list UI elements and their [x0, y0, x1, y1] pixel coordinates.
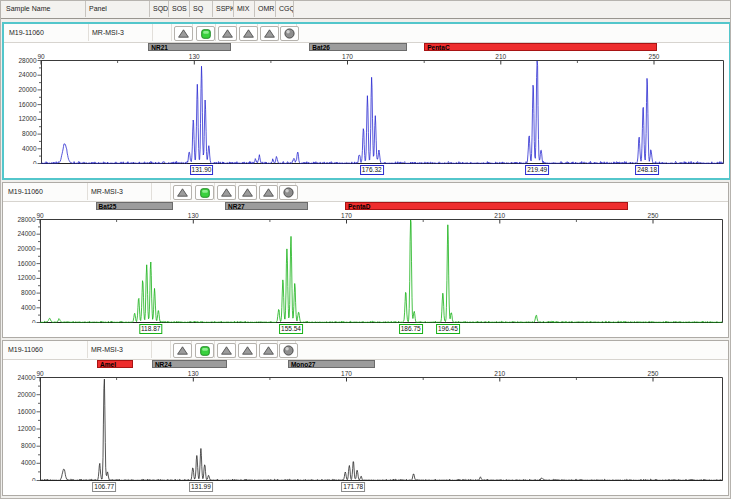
- svg-text:16000: 16000: [18, 101, 36, 108]
- table-header: Sample NamePanelSQDSOSSQSSPKMIXOMRCGQ: [1, 1, 730, 19]
- column-header-omr: OMR: [255, 1, 276, 17]
- gray-sphere-icon: [283, 187, 294, 198]
- sample-name[interactable]: M19-11060: [6, 24, 89, 41]
- peak-size-label[interactable]: 171.78: [341, 482, 365, 492]
- svg-text:90: 90: [36, 212, 44, 219]
- peak-size-label[interactable]: 118.87: [139, 324, 162, 334]
- marker-strip: AmelNR24Mono27: [3, 360, 728, 369]
- peak-size-label[interactable]: 186.75: [399, 324, 423, 334]
- gray-sphere-icon: [284, 28, 295, 39]
- marker-bar-nr21[interactable]: NR21: [148, 43, 230, 51]
- svg-text:210: 210: [494, 212, 505, 219]
- sample-name[interactable]: M19-11060: [5, 183, 88, 200]
- sq-flag[interactable]: [195, 185, 214, 200]
- marker-bar-pentac[interactable]: PentaC: [424, 43, 657, 51]
- marker-bar-bat26[interactable]: Bat26: [309, 43, 407, 51]
- panel-name[interactable]: MR-MSI-3: [88, 341, 152, 358]
- mix-flag[interactable]: [238, 343, 257, 358]
- svg-text:16000: 16000: [17, 260, 35, 267]
- sample-row[interactable]: M19-11060MR-MSI-3: [4, 24, 729, 43]
- svg-text:90: 90: [36, 370, 44, 377]
- svg-text:4000: 4000: [22, 145, 37, 152]
- peak-label-strip: 106.77131.99171.78: [3, 481, 728, 495]
- electropherogram-panel-2: M19-11060MR-MSI-3Bat25NR27PentaD90130170…: [2, 182, 729, 338]
- mix-flag[interactable]: [239, 26, 258, 41]
- panel-name[interactable]: MR-MSI-3: [89, 24, 153, 41]
- omr-flag[interactable]: [260, 26, 279, 41]
- omr-flag[interactable]: [259, 185, 278, 200]
- marker-bar-mono27[interactable]: Mono27: [288, 360, 375, 368]
- sspk-flag[interactable]: [217, 343, 236, 358]
- svg-text:24000: 24000: [18, 71, 36, 78]
- trace-plot[interactable]: 9013017021025004000800012000160002000024…: [4, 52, 729, 164]
- marker-bar-pentad[interactable]: PentaD: [345, 202, 628, 210]
- peak-label-strip: 131.90176.32219.49248.18: [4, 164, 729, 178]
- warning-triangle-icon: [178, 29, 189, 38]
- panel-name[interactable]: MR-MSI-3: [88, 183, 152, 200]
- svg-text:24000: 24000: [17, 374, 35, 381]
- svg-text:8000: 8000: [22, 130, 37, 137]
- electropherogram-list: M19-11060MR-MSI-3NR21Bat26PentaC90130170…: [2, 22, 731, 498]
- warning-triangle-icon: [242, 346, 253, 355]
- sample-row[interactable]: M19-11060MR-MSI-3: [3, 341, 728, 360]
- warning-triangle-icon: [242, 188, 253, 197]
- sos-flag[interactable]: [174, 26, 193, 41]
- trace-plot[interactable]: 9013017021025004000800012000160002000024…: [3, 369, 728, 481]
- warning-triangle-icon: [243, 29, 254, 38]
- marker-bar-bat25[interactable]: Bat25: [96, 202, 173, 210]
- peak-size-label[interactable]: 131.99: [189, 482, 213, 492]
- electropherogram-panel-1: M19-11060MR-MSI-3NR21Bat26PentaC90130170…: [2, 22, 731, 180]
- warning-triangle-icon: [222, 29, 233, 38]
- sos-flag[interactable]: [173, 185, 192, 200]
- svg-text:4000: 4000: [21, 459, 36, 466]
- svg-text:170: 170: [342, 53, 353, 60]
- cgq-flag[interactable]: [280, 26, 299, 41]
- peak-size-label[interactable]: 248.18: [635, 165, 659, 175]
- svg-text:28000: 28000: [17, 216, 35, 223]
- trace-plot[interactable]: 9013017021025004000800012000160002000024…: [3, 211, 728, 323]
- svg-text:20000: 20000: [18, 86, 36, 93]
- marker-bar-nr24[interactable]: NR24: [152, 360, 227, 368]
- peak-size-label[interactable]: 155.54: [279, 324, 303, 334]
- cgq-flag[interactable]: [279, 185, 298, 200]
- svg-text:250: 250: [648, 212, 659, 219]
- peak-label-strip: 118.87155.54186.75196.45: [3, 323, 728, 337]
- svg-text:90: 90: [37, 53, 45, 60]
- peak-size-label[interactable]: 131.90: [190, 165, 214, 175]
- svg-text:16000: 16000: [17, 408, 35, 415]
- omr-flag[interactable]: [259, 343, 278, 358]
- svg-text:12000: 12000: [18, 115, 36, 122]
- sq-flag[interactable]: [196, 26, 215, 41]
- svg-text:210: 210: [494, 370, 505, 377]
- sample-row[interactable]: M19-11060MR-MSI-3: [3, 183, 728, 202]
- peak-size-label[interactable]: 106.77: [92, 482, 116, 492]
- warning-triangle-icon: [221, 188, 232, 197]
- sspk-flag[interactable]: [218, 26, 237, 41]
- flag-cell-sqd: [152, 341, 171, 358]
- column-header-panel: Panel: [86, 1, 150, 17]
- cgq-flag[interactable]: [279, 343, 298, 358]
- pass-square-icon: [201, 29, 211, 39]
- warning-triangle-icon: [263, 188, 274, 197]
- application-window: Sample NamePanelSQDSOSSQSSPKMIXOMRCGQ M1…: [0, 0, 731, 499]
- svg-text:130: 130: [188, 370, 199, 377]
- peak-size-label[interactable]: 196.45: [436, 324, 460, 334]
- sq-flag[interactable]: [195, 343, 214, 358]
- flag-cell-sqd: [153, 24, 172, 41]
- svg-text:24000: 24000: [17, 230, 35, 237]
- pass-square-icon: [200, 346, 210, 356]
- mix-flag[interactable]: [238, 185, 257, 200]
- peak-size-label[interactable]: 219.49: [525, 165, 549, 175]
- sspk-flag[interactable]: [217, 185, 236, 200]
- gray-sphere-icon: [283, 345, 294, 356]
- svg-text:130: 130: [188, 212, 199, 219]
- svg-text:210: 210: [495, 53, 506, 60]
- svg-text:250: 250: [648, 370, 659, 377]
- sos-flag[interactable]: [173, 343, 192, 358]
- peak-size-label[interactable]: 176.32: [360, 165, 384, 175]
- svg-text:20000: 20000: [17, 391, 35, 398]
- marker-bar-nr27[interactable]: NR27: [225, 202, 308, 210]
- sample-name[interactable]: M19-11060: [5, 341, 88, 358]
- electropherogram-panel-3: M19-11060MR-MSI-3AmelNR24Mono27901301702…: [2, 340, 729, 496]
- marker-bar-amel[interactable]: Amel: [97, 360, 133, 368]
